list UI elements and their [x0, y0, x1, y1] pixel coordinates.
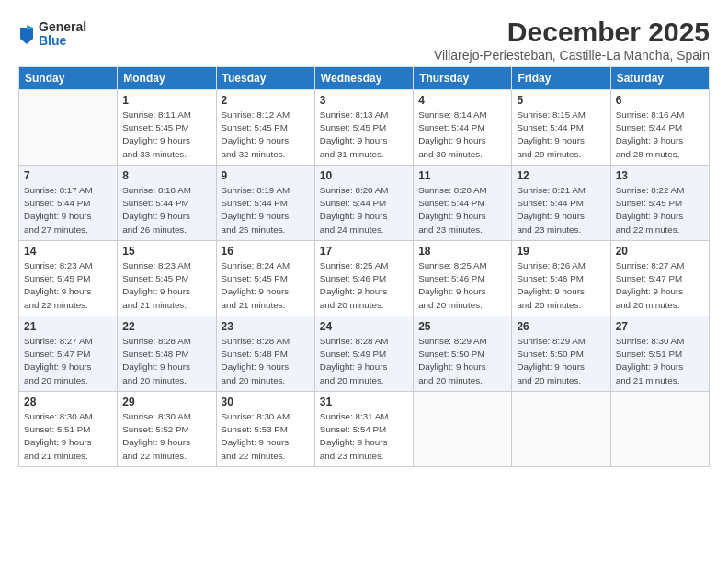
column-header-thursday: Thursday — [414, 67, 512, 90]
calendar-week-row: 7Sunrise: 8:17 AMSunset: 5:44 PMDaylight… — [19, 166, 710, 241]
day-number: 17 — [320, 245, 408, 258]
calendar-cell — [19, 90, 118, 166]
day-number: 9 — [222, 169, 310, 182]
calendar-cell — [610, 392, 709, 467]
day-number: 2 — [222, 94, 310, 107]
day-info: Sunrise: 8:26 AMSunset: 5:46 PMDaylight:… — [517, 259, 605, 312]
calendar-cell: 4Sunrise: 8:14 AMSunset: 5:44 PMDaylight… — [414, 90, 512, 166]
day-info: Sunrise: 8:24 AMSunset: 5:45 PMDaylight:… — [222, 259, 310, 312]
day-info: Sunrise: 8:27 AMSunset: 5:47 PMDaylight:… — [24, 335, 112, 387]
calendar-cell: 21Sunrise: 8:27 AMSunset: 5:47 PMDayligh… — [19, 316, 118, 392]
calendar-cell: 23Sunrise: 8:28 AMSunset: 5:48 PMDayligh… — [216, 316, 314, 392]
calendar-cell: 6Sunrise: 8:16 AMSunset: 5:44 PMDaylight… — [610, 90, 709, 166]
day-number: 22 — [122, 320, 210, 333]
day-info: Sunrise: 8:29 AMSunset: 5:50 PMDaylight:… — [517, 335, 605, 387]
day-number: 15 — [122, 245, 210, 258]
calendar-cell: 1Sunrise: 8:11 AMSunset: 5:45 PMDaylight… — [118, 90, 216, 166]
page: General Blue December 2025 Villarejo-Per… — [0, 0, 728, 563]
header: General Blue December 2025 Villarejo-Per… — [18, 17, 710, 63]
calendar-cell: 10Sunrise: 8:20 AMSunset: 5:44 PMDayligh… — [314, 166, 413, 241]
day-info: Sunrise: 8:11 AMSunset: 5:45 PMDaylight:… — [122, 109, 210, 161]
day-info: Sunrise: 8:28 AMSunset: 5:49 PMDaylight:… — [320, 335, 408, 387]
day-number: 13 — [616, 169, 704, 182]
day-info: Sunrise: 8:29 AMSunset: 5:50 PMDaylight:… — [418, 335, 506, 387]
day-number: 21 — [24, 320, 112, 333]
day-number: 11 — [418, 169, 506, 182]
calendar-cell: 12Sunrise: 8:21 AMSunset: 5:44 PMDayligh… — [512, 166, 610, 241]
calendar-cell: 14Sunrise: 8:23 AMSunset: 5:45 PMDayligh… — [19, 241, 118, 316]
calendar-cell — [512, 392, 610, 467]
column-header-monday: Monday — [118, 67, 216, 90]
day-number: 30 — [222, 396, 310, 408]
logo-general-text: General — [39, 20, 86, 34]
day-number: 25 — [418, 320, 506, 333]
calendar-cell: 28Sunrise: 8:30 AMSunset: 5:51 PMDayligh… — [19, 392, 118, 467]
day-number: 1 — [122, 94, 210, 107]
logo-blue-text: Blue — [39, 34, 86, 48]
day-info: Sunrise: 8:28 AMSunset: 5:48 PMDaylight:… — [122, 335, 210, 387]
day-number: 31 — [320, 396, 408, 408]
calendar-subtitle: Villarejo-Periesteban, Castille-La Manch… — [434, 48, 710, 63]
logo-text: General Blue — [39, 20, 86, 49]
calendar-cell: 26Sunrise: 8:29 AMSunset: 5:50 PMDayligh… — [512, 316, 610, 392]
day-info: Sunrise: 8:15 AMSunset: 5:44 PMDaylight:… — [517, 109, 605, 161]
day-number: 4 — [418, 94, 506, 107]
calendar-cell: 24Sunrise: 8:28 AMSunset: 5:49 PMDayligh… — [314, 316, 413, 392]
day-number: 8 — [122, 169, 210, 182]
calendar-cell: 27Sunrise: 8:30 AMSunset: 5:51 PMDayligh… — [610, 316, 709, 392]
calendar-title: December 2025 — [434, 17, 710, 48]
day-info: Sunrise: 8:25 AMSunset: 5:46 PMDaylight:… — [418, 259, 506, 312]
day-info: Sunrise: 8:20 AMSunset: 5:44 PMDaylight:… — [418, 184, 506, 236]
day-info: Sunrise: 8:13 AMSunset: 5:45 PMDaylight:… — [320, 109, 408, 161]
day-number: 6 — [616, 94, 704, 107]
day-info: Sunrise: 8:17 AMSunset: 5:44 PMDaylight:… — [24, 184, 112, 236]
day-info: Sunrise: 8:14 AMSunset: 5:44 PMDaylight:… — [418, 109, 506, 161]
calendar-cell: 22Sunrise: 8:28 AMSunset: 5:48 PMDayligh… — [118, 316, 216, 392]
calendar-cell: 20Sunrise: 8:27 AMSunset: 5:47 PMDayligh… — [610, 241, 709, 316]
calendar-week-row: 1Sunrise: 8:11 AMSunset: 5:45 PMDaylight… — [19, 90, 710, 166]
title-block: December 2025 Villarejo-Periesteban, Cas… — [434, 17, 710, 63]
day-number: 14 — [24, 245, 112, 258]
day-number: 3 — [320, 94, 408, 107]
calendar-cell: 15Sunrise: 8:23 AMSunset: 5:45 PMDayligh… — [118, 241, 216, 316]
calendar-cell: 13Sunrise: 8:22 AMSunset: 5:45 PMDayligh… — [610, 166, 709, 241]
day-number: 29 — [122, 396, 210, 408]
day-info: Sunrise: 8:30 AMSunset: 5:51 PMDaylight:… — [616, 335, 704, 387]
day-number: 19 — [517, 245, 605, 258]
day-number: 18 — [418, 245, 506, 258]
calendar-table: SundayMondayTuesdayWednesdayThursdayFrid… — [18, 66, 710, 467]
calendar-cell — [414, 392, 512, 467]
day-info: Sunrise: 8:25 AMSunset: 5:46 PMDaylight:… — [320, 259, 408, 312]
logo: General Blue — [18, 20, 86, 49]
day-number: 7 — [24, 169, 112, 182]
day-number: 28 — [24, 396, 112, 408]
day-number: 16 — [222, 245, 310, 258]
calendar-cell: 19Sunrise: 8:26 AMSunset: 5:46 PMDayligh… — [512, 241, 610, 316]
column-header-wednesday: Wednesday — [314, 67, 413, 90]
day-number: 27 — [616, 320, 704, 333]
day-info: Sunrise: 8:16 AMSunset: 5:44 PMDaylight:… — [616, 109, 704, 161]
calendar-cell: 7Sunrise: 8:17 AMSunset: 5:44 PMDaylight… — [19, 166, 118, 241]
day-info: Sunrise: 8:23 AMSunset: 5:45 PMDaylight:… — [122, 259, 210, 312]
calendar-cell: 2Sunrise: 8:12 AMSunset: 5:45 PMDaylight… — [216, 90, 314, 166]
calendar-cell: 5Sunrise: 8:15 AMSunset: 5:44 PMDaylight… — [512, 90, 610, 166]
day-info: Sunrise: 8:27 AMSunset: 5:47 PMDaylight:… — [616, 259, 704, 312]
calendar-week-row: 21Sunrise: 8:27 AMSunset: 5:47 PMDayligh… — [19, 316, 710, 392]
calendar-cell: 9Sunrise: 8:19 AMSunset: 5:44 PMDaylight… — [216, 166, 314, 241]
day-number: 5 — [517, 94, 605, 107]
column-header-saturday: Saturday — [610, 67, 709, 90]
calendar-cell: 25Sunrise: 8:29 AMSunset: 5:50 PMDayligh… — [414, 316, 512, 392]
calendar-cell: 11Sunrise: 8:20 AMSunset: 5:44 PMDayligh… — [414, 166, 512, 241]
day-info: Sunrise: 8:30 AMSunset: 5:51 PMDaylight:… — [24, 410, 112, 463]
logo-icon — [18, 24, 35, 44]
day-number: 12 — [517, 169, 605, 182]
calendar-cell: 8Sunrise: 8:18 AMSunset: 5:44 PMDaylight… — [118, 166, 216, 241]
calendar-cell: 17Sunrise: 8:25 AMSunset: 5:46 PMDayligh… — [314, 241, 413, 316]
day-number: 26 — [517, 320, 605, 333]
day-info: Sunrise: 8:30 AMSunset: 5:52 PMDaylight:… — [122, 410, 210, 463]
day-number: 20 — [616, 245, 704, 258]
calendar-cell: 30Sunrise: 8:30 AMSunset: 5:53 PMDayligh… — [216, 392, 314, 467]
day-info: Sunrise: 8:30 AMSunset: 5:53 PMDaylight:… — [222, 410, 310, 463]
calendar-header-row: SundayMondayTuesdayWednesdayThursdayFrid… — [19, 67, 710, 90]
day-info: Sunrise: 8:18 AMSunset: 5:44 PMDaylight:… — [122, 184, 210, 236]
